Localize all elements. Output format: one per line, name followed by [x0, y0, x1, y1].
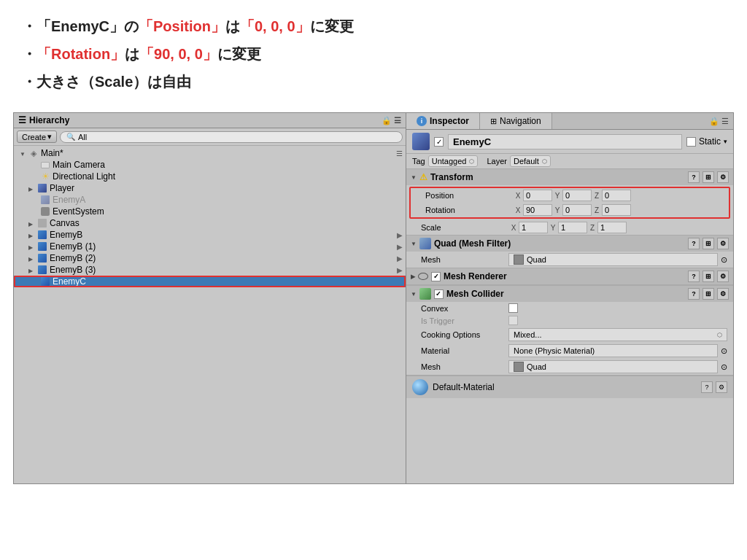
transform-settings-btn[interactable]: ⚙	[717, 171, 729, 183]
scale-z-input[interactable]	[597, 222, 627, 233]
tag-dropdown-arrow: ⬡	[469, 158, 474, 165]
object-name-field[interactable]	[448, 134, 682, 149]
trigger-checkbox[interactable]	[508, 316, 518, 325]
tree-item-enemyb1[interactable]: EnemyB (1) ▶	[14, 241, 406, 252]
layer-dropdown-arrow: ⬡	[542, 158, 547, 165]
tree-item-enemyb3[interactable]: EnemyB (3) ▶	[14, 264, 406, 276]
enemyb-row-arrow: ▶	[397, 231, 403, 239]
create-button[interactable]: Create ▾	[17, 131, 57, 143]
object-header: ✓ Static ▾	[406, 130, 733, 154]
layer-dropdown[interactable]: Default ⬡	[510, 155, 551, 167]
rot-x-input[interactable]	[523, 204, 552, 216]
tree-arrow-enemyb2	[28, 254, 37, 262]
tag-dropdown[interactable]: Untagged ⬡	[428, 155, 479, 167]
tree-item-enemyb2[interactable]: EnemyB (2) ▶	[14, 252, 406, 264]
rot-z-label: Z	[592, 206, 602, 214]
meshfilter-info-btn[interactable]: ?	[688, 238, 700, 249]
tree-item-enemya[interactable]: EnemyA	[14, 194, 406, 206]
eye-icon	[418, 273, 428, 280]
transform-header[interactable]: ⚠ Transform ? ⊞ ⚙	[406, 169, 733, 185]
tree-item-enemyc[interactable]: EnemyC	[14, 276, 406, 287]
convex-checkbox[interactable]	[508, 303, 518, 313]
rot-z-input[interactable]	[602, 204, 631, 216]
collider-info-btn[interactable]: ?	[688, 288, 700, 300]
inspector-tabs: i Inspector ⊞ Navigation 🔒 ☰	[406, 113, 733, 130]
transform-foldout-icon	[411, 174, 417, 181]
mesh-filter-header[interactable]: Quad (Mesh Filter) ? ⊞ ⚙	[406, 236, 733, 252]
enemyb1-cube-icon	[37, 241, 47, 252]
material-value: None (Physic Material)	[514, 346, 595, 355]
tag-label: Tag	[412, 157, 425, 166]
mesh-renderer-checkbox[interactable]: ✓	[431, 272, 441, 281]
unity-editor: ☰ Hierarchy 🔒 ☰ Create ▾ 🔍 ◈	[13, 112, 734, 484]
static-dropdown-arrow[interactable]: ▾	[724, 138, 727, 145]
tree-arrow-canvas	[28, 219, 37, 228]
position-label: Position	[425, 191, 513, 200]
renderer-settings-btn[interactable]: ⚙	[717, 271, 729, 282]
nav-grid-icon: ⊞	[490, 117, 497, 126]
hierarchy-lock-icon[interactable]: 🔒	[382, 116, 392, 125]
scale-x-input[interactable]	[519, 222, 548, 233]
pos-x-input[interactable]	[523, 190, 552, 201]
collider-layout-btn[interactable]: ⊞	[703, 288, 714, 300]
mesh-collider-title: Mesh Collider	[446, 289, 504, 299]
transform-info-btn[interactable]: ?	[688, 171, 700, 183]
mesh-filter-section: Quad (Mesh Filter) ? ⊞ ⚙ Mesh Quad ⊙	[406, 236, 733, 268]
tree-item-main-camera[interactable]: Main Camera	[14, 159, 406, 171]
tree-item-player[interactable]: Player	[14, 182, 406, 194]
camera-icon	[40, 160, 50, 170]
mat-info-btn[interactable]: ?	[701, 381, 713, 393]
scale-y-input[interactable]	[558, 222, 587, 233]
transform-layout-btn[interactable]: ⊞	[703, 171, 714, 183]
collider-mesh-text: Quad	[527, 362, 546, 371]
transform-section: ⚠ Transform ? ⊞ ⚙ Position X	[406, 169, 733, 236]
renderer-layout-btn[interactable]: ⊞	[703, 271, 714, 282]
inspector-lock-icon[interactable]: 🔒	[709, 117, 719, 126]
mesh-renderer-header[interactable]: ✓ Mesh Renderer ? ⊞ ⚙	[406, 268, 733, 285]
pos-y-input[interactable]	[562, 190, 592, 201]
mesh-renderer-title: Mesh Renderer	[444, 271, 507, 281]
mesh-filter-target-icon[interactable]: ⊙	[721, 255, 727, 265]
cooking-options-row: Cooking Options Mixed... ⬡	[406, 327, 733, 343]
rot-y-input[interactable]	[562, 204, 592, 216]
cooking-dropdown[interactable]: Mixed... ⬡	[508, 328, 727, 341]
object-active-checkbox[interactable]: ✓	[434, 137, 444, 147]
trigger-label: Is Trigger	[421, 316, 508, 325]
renderer-info-btn[interactable]: ?	[688, 271, 700, 282]
mesh-collider-checkbox[interactable]: ✓	[434, 289, 444, 299]
tree-item-directional-light[interactable]: ☀ Directional Light	[14, 171, 406, 182]
instruction-line1: ・「EnemyC」の「Position」は「0, 0, 0」に変更	[22, 13, 725, 39]
mesh-filter-title: Quad (Mesh Filter)	[434, 238, 511, 249]
tab-inspector-label: Inspector	[430, 116, 469, 126]
meshfilter-settings-btn[interactable]: ⚙	[717, 238, 729, 249]
collider-mesh-target-icon[interactable]: ⊙	[721, 362, 727, 372]
enemyb2-cube-icon	[37, 253, 47, 263]
material-row: Material None (Physic Material) ⊙	[406, 343, 733, 359]
material-target-icon[interactable]: ⊙	[721, 346, 727, 356]
tree-item-canvas[interactable]: Canvas	[14, 217, 406, 229]
hierarchy-menu-icon[interactable]: ☰	[394, 116, 401, 125]
enemyb3-row-arrow: ▶	[397, 266, 403, 274]
scale-xyz: X Y Z	[508, 222, 727, 233]
static-checkbox[interactable]	[686, 137, 696, 147]
hierarchy-search[interactable]: 🔍	[60, 131, 403, 143]
cooking-dropdown-arrow: ⬡	[717, 332, 722, 338]
scale-z-label: Z	[587, 224, 597, 232]
tab-inspector[interactable]: i Inspector	[406, 113, 480, 129]
mat-settings-btn[interactable]: ⚙	[716, 381, 727, 393]
tab-navigation[interactable]: ⊞ Navigation	[480, 113, 552, 129]
tree-item-enemyb[interactable]: EnemyB ▶	[14, 229, 406, 241]
tree-item-main[interactable]: ◈ Main* ☰	[14, 147, 406, 159]
meshfilter-layout-btn[interactable]: ⊞	[703, 238, 714, 249]
mesh-collider-header[interactable]: ✓ Mesh Collider ? ⊞ ⚙	[406, 286, 733, 302]
collider-settings-btn[interactable]: ⚙	[717, 288, 729, 300]
tree-item-eventsystem[interactable]: EventSystem	[14, 206, 406, 217]
cooking-value: Mixed...	[514, 330, 542, 339]
pos-z-input[interactable]	[602, 190, 631, 201]
collider-mesh-value[interactable]: Quad	[508, 360, 718, 373]
enemyb1-row-arrow: ▶	[397, 243, 403, 251]
inspector-menu-icon[interactable]: ☰	[721, 117, 729, 126]
mesh-filter-mesh-value[interactable]: Quad	[508, 253, 718, 266]
material-value-field[interactable]: None (Physic Material)	[508, 344, 718, 357]
search-input[interactable]	[78, 133, 396, 141]
